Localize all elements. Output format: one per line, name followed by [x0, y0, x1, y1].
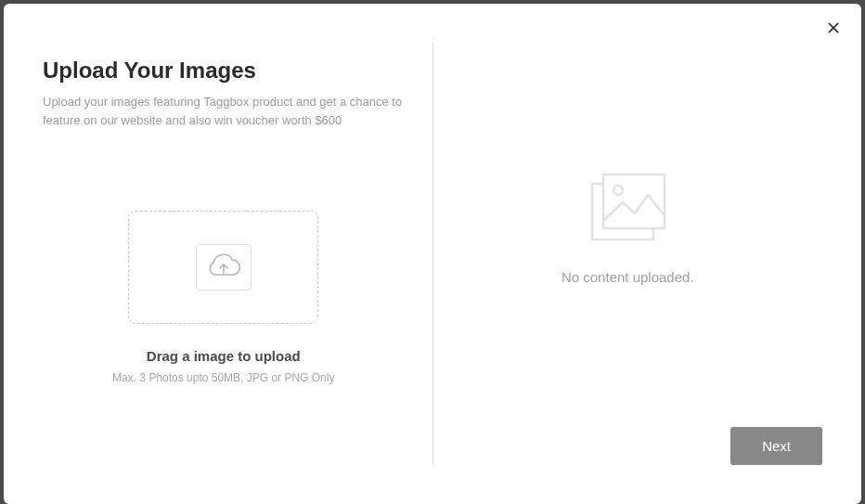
cloud-upload-icon: [206, 253, 241, 281]
dropzone-hint: Max. 3 Photos upto 50MB, JPG or PNG Only: [112, 371, 334, 384]
empty-message: No content uploaded.: [562, 269, 694, 285]
upload-modal: Upload Your Images Upload your images fe…: [4, 4, 861, 504]
modal-overlay: Upload Your Images Upload your images fe…: [0, 0, 865, 504]
cloud-icon-box: [196, 244, 252, 291]
empty-gallery-icon: [581, 167, 674, 251]
close-icon: [826, 20, 841, 35]
next-button[interactable]: Next: [730, 427, 822, 465]
modal-subtitle: Upload your images featuring Taggbox pro…: [43, 93, 432, 129]
svg-point-4: [613, 186, 623, 195]
empty-state: No content uploaded.: [562, 167, 694, 285]
svg-rect-3: [603, 174, 665, 228]
dropzone-title: Drag a image to upload: [147, 348, 301, 364]
dropzone-container: Drag a image to upload Max. 3 Photos upt…: [43, 129, 432, 465]
right-panel: No content uploaded. Next: [433, 43, 823, 465]
next-button-label: Next: [762, 438, 791, 454]
modal-title: Upload Your Images: [43, 58, 432, 84]
upload-dropzone[interactable]: [128, 211, 318, 324]
close-button[interactable]: [822, 17, 845, 39]
left-panel: Upload Your Images Upload your images fe…: [43, 43, 432, 465]
content-area: Upload Your Images Upload your images fe…: [43, 43, 822, 465]
